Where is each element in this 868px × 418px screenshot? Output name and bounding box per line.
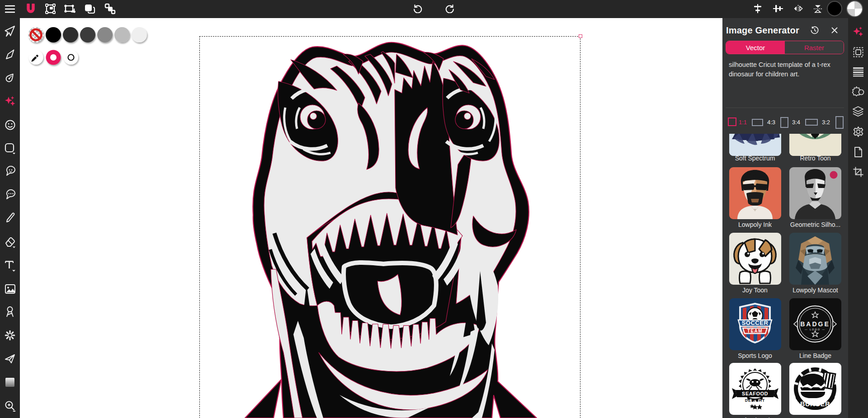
svg-text:DELIGHT: DELIGHT (745, 398, 764, 403)
svg-text:TEAM: TEAM (747, 329, 762, 333)
svg-text:SOCCER: SOCCER (741, 319, 768, 326)
svg-text:BADGE: BADGE (800, 320, 830, 328)
svg-text:— LOGO —: — LOGO — (805, 328, 826, 331)
svg-text:BURGER: BURGER (800, 400, 830, 408)
svg-text:SEAFOOD: SEAFOOD (742, 391, 768, 396)
